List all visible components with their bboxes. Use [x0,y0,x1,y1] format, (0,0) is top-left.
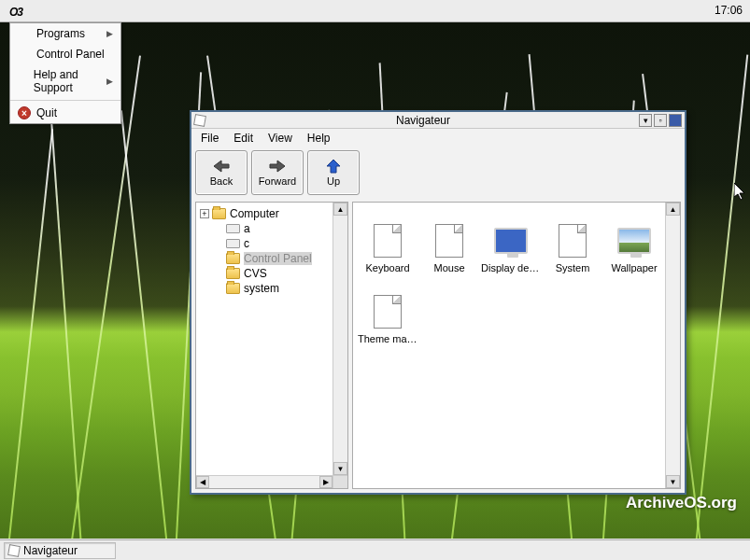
minimize-button[interactable]: ▾ [639,114,652,127]
chevron-right-icon: ▶ [106,77,113,86]
menu-file[interactable]: File [195,130,224,147]
arrow-up-icon [324,159,343,174]
expand-toggle[interactable]: + [200,209,209,218]
folder-tree[interactable]: + Computer a c Control Panel CVS system [196,203,333,475]
scrollbar-track[interactable] [209,476,319,488]
up-button[interactable]: Up [307,150,360,195]
item-theme-manager[interactable]: Theme man... [357,294,418,357]
menu-separator [10,100,120,101]
app-icon [7,544,21,557]
file-icon [435,224,463,258]
scroll-right-icon[interactable]: ▶ [319,476,333,488]
tree-node-drive-a[interactable]: a [226,221,329,236]
titlebar[interactable]: Navigateur ▾ ▫ [191,112,685,129]
item-system[interactable]: System [542,223,603,287]
folder-icon [226,283,240,294]
menu-help-support[interactable]: Help and Support▶ [10,64,120,98]
menu-edit[interactable]: Edit [228,130,259,147]
item-keyboard[interactable]: Keyboard [357,223,418,287]
tree-node-control-panel[interactable]: Control Panel [226,251,329,266]
wallpaper-decor [692,54,749,539]
menu-help[interactable]: Help [302,130,336,147]
icon-view[interactable]: Keyboard Mouse Display device System Wal… [352,202,681,489]
tree-vertical-scrollbar[interactable]: ▲ ▼ [333,203,347,475]
wallpaper-decor [5,129,53,539]
scroll-up-icon[interactable]: ▲ [666,203,680,216]
menubar: File Edit View Help [191,129,685,147]
folder-icon [212,208,226,219]
arrow-left-icon [212,159,231,174]
maximize-button[interactable]: ▫ [654,114,667,127]
iconview-vertical-scrollbar[interactable]: ▲ ▼ [665,203,680,488]
watermark: ArchiveOS.org [626,494,737,512]
tree-node-cvs[interactable]: CVS [226,266,329,281]
tree-horizontal-scrollbar[interactable]: ◀ ▶ [196,475,347,488]
folder-icon [226,253,240,264]
file-manager-window: Navigateur ▾ ▫ File Edit View Help Back … [190,110,686,495]
scroll-left-icon[interactable]: ◀ [196,476,209,488]
wallpaper-decor [120,110,171,539]
folder-tree-pane: + Computer a c Control Panel CVS system [195,202,348,489]
quit-icon: × [18,106,31,119]
start-menu: Programs▶ Control Panel Help and Support… [9,22,121,124]
item-display-device[interactable]: Display device [480,223,542,287]
menu-control-panel[interactable]: Control Panel [10,44,120,64]
drive-icon [226,224,240,233]
task-button-navigateur[interactable]: Navigateur [4,542,116,559]
app-icon [193,114,206,127]
scroll-down-icon[interactable]: ▼ [333,462,347,475]
item-wallpaper[interactable]: Wallpaper [603,223,665,287]
window-title: Navigateur [209,114,637,127]
item-mouse[interactable]: Mouse [418,223,480,287]
mouse-cursor-icon [734,183,747,202]
menu-view[interactable]: View [262,130,298,147]
menu-programs[interactable]: Programs▶ [10,23,120,44]
wallpaper-decor [49,91,84,539]
chevron-right-icon: ▶ [106,29,113,38]
scroll-down-icon[interactable]: ▼ [666,475,680,488]
tree-node-system[interactable]: system [226,281,329,296]
taskbar: Navigateur [0,539,750,560]
forward-button[interactable]: Forward [251,150,304,195]
tree-node-computer[interactable]: + Computer [200,206,329,221]
back-button[interactable]: Back [195,150,248,195]
wallpaper-decor [66,56,141,539]
clock: 17:06 [715,4,743,17]
os-menu-button[interactable]: O3 [6,3,26,19]
toolbar: Back Forward Up [191,147,685,198]
drive-icon [226,239,240,248]
close-button[interactable] [669,114,682,127]
menu-quit[interactable]: ×Quit [10,103,120,123]
folder-icon [226,268,240,279]
top-panel: O3 17:06 [0,0,750,22]
arrow-right-icon [268,159,287,174]
scrollbar-track[interactable] [666,216,680,475]
desktop[interactable]: Programs▶ Control Panel Help and Support… [0,22,750,539]
file-icon [559,224,587,258]
monitor-icon [494,228,528,254]
wallpaper-icon [617,228,651,254]
file-icon [374,295,402,329]
tree-node-drive-c[interactable]: c [226,236,329,251]
file-icon [374,224,402,258]
scroll-up-icon[interactable]: ▲ [333,203,347,216]
